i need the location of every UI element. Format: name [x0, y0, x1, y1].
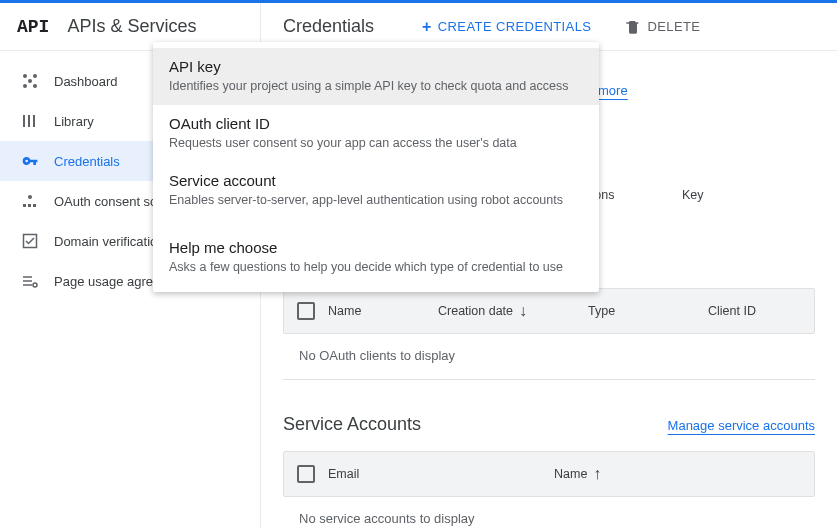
plus-icon: +	[422, 18, 432, 36]
sidebar-item-label: Dashboard	[54, 74, 118, 89]
page-title: Credentials	[283, 16, 374, 37]
learn-more-link[interactable]: more	[598, 83, 628, 98]
svg-point-3	[23, 84, 27, 88]
menu-item-title: API key	[169, 58, 583, 75]
column-key: Key	[682, 188, 742, 202]
menu-item-help-me-choose[interactable]: Help me choose Asks a few questions to h…	[153, 229, 599, 286]
sort-asc-icon: ↑	[593, 466, 601, 482]
api-logo: API	[17, 17, 49, 37]
delete-button[interactable]: DELETE	[617, 13, 708, 41]
svg-point-11	[28, 195, 32, 199]
select-all-checkbox[interactable]	[297, 465, 315, 483]
sort-desc-icon: ↓	[519, 303, 527, 319]
svg-point-2	[33, 74, 37, 78]
select-all-cell	[284, 465, 328, 483]
oauth-clients-table: Name Creation date ↓ Type Client ID No O…	[283, 288, 815, 380]
column-name[interactable]: Name	[328, 304, 438, 318]
column-email[interactable]: Email	[328, 467, 554, 481]
manage-service-accounts-link[interactable]: Manage service accounts	[668, 418, 815, 433]
service-accounts-title: Service Accounts	[283, 414, 421, 435]
menu-item-title: Help me choose	[169, 239, 583, 256]
menu-item-desc: Enables server-to-server, app-level auth…	[169, 193, 583, 207]
column-type[interactable]: Type	[588, 304, 708, 318]
select-all-cell	[284, 302, 328, 320]
library-icon	[22, 113, 54, 129]
column-client-id[interactable]: Client ID	[708, 304, 814, 318]
svg-point-4	[33, 84, 37, 88]
key-icon	[22, 153, 54, 169]
table-header: Email Name ↑	[283, 451, 815, 497]
trash-icon	[625, 19, 641, 35]
svg-rect-10	[33, 204, 36, 207]
delete-label: DELETE	[647, 19, 700, 34]
column-creation-date[interactable]: Creation date ↓	[438, 303, 588, 319]
svg-point-0	[23, 74, 27, 78]
menu-item-desc: Identifies your project using a simple A…	[169, 79, 583, 93]
svg-point-1	[28, 79, 32, 83]
menu-item-desc: Requests user consent so your app can ac…	[169, 136, 583, 150]
create-credentials-label: CREATE CREDENTIALS	[438, 19, 592, 34]
menu-item-desc: Asks a few questions to help you decide …	[169, 260, 583, 274]
service-accounts-table: Email Name ↑ No service accounts to disp…	[283, 451, 815, 528]
sidebar-item-label: Credentials	[54, 154, 120, 169]
table-header: Name Creation date ↓ Type Client ID	[283, 288, 815, 334]
create-credentials-button[interactable]: + CREATE CREDENTIALS	[414, 12, 599, 42]
menu-item-oauth-client-id[interactable]: OAuth client ID Requests user consent so…	[153, 105, 599, 162]
menu-item-api-key[interactable]: API key Identifies your project using a …	[153, 48, 599, 105]
page-usage-icon	[22, 273, 54, 289]
column-name-label: Name	[554, 467, 587, 481]
svg-rect-9	[28, 204, 31, 207]
menu-item-service-account[interactable]: Service account Enables server-to-server…	[153, 162, 599, 219]
service-accounts-empty-message: No service accounts to display	[283, 497, 815, 528]
svg-rect-8	[23, 204, 26, 207]
column-actions-fragment: tions	[588, 188, 668, 202]
sidebar-item-label: Domain verification	[54, 234, 165, 249]
learn-more-fragment: more	[598, 83, 628, 98]
consent-icon	[22, 193, 54, 209]
sidebar-item-label: Library	[54, 114, 94, 129]
menu-item-title: Service account	[169, 172, 583, 189]
select-all-checkbox[interactable]	[297, 302, 315, 320]
menu-item-title: OAuth client ID	[169, 115, 583, 132]
column-name[interactable]: Name ↑	[554, 466, 814, 482]
dashboard-icon	[22, 73, 54, 89]
create-credentials-menu: API key Identifies your project using a …	[153, 42, 599, 292]
oauth-empty-message: No OAuth clients to display	[283, 334, 815, 380]
check-box-icon	[22, 233, 54, 249]
main-panel: Credentials + CREATE CREDENTIALS DELETE …	[261, 3, 837, 528]
svg-point-16	[33, 283, 37, 287]
service-accounts-header: Service Accounts Manage service accounts	[283, 414, 815, 435]
column-creation-date-label: Creation date	[438, 304, 513, 318]
header-actions: + CREATE CREDENTIALS DELETE	[414, 12, 708, 42]
product-title: APIs & Services	[67, 16, 196, 37]
